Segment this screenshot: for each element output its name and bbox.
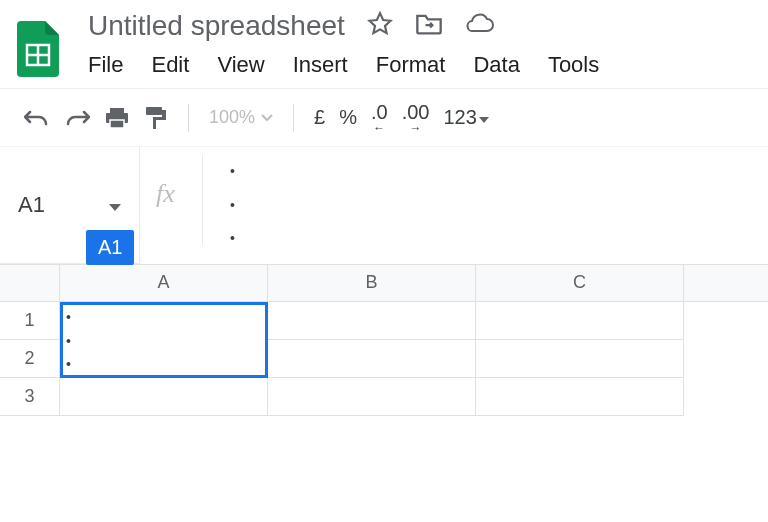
sheets-logo[interactable] — [12, 14, 64, 84]
fx-icon: fx — [156, 179, 175, 209]
undo-button[interactable] — [24, 108, 50, 128]
cell-c2[interactable] — [476, 340, 684, 378]
cell-b3[interactable] — [268, 378, 476, 416]
menu-format[interactable]: Format — [376, 52, 446, 78]
column-header-c[interactable]: C — [476, 265, 684, 301]
svg-rect-6 — [146, 107, 162, 115]
svg-rect-5 — [110, 120, 124, 128]
svg-rect-3 — [110, 108, 124, 113]
decrease-decimal-button[interactable]: .0← — [371, 101, 388, 134]
menu-tools[interactable]: Tools — [548, 52, 599, 78]
formula-bar[interactable]: fx — [140, 147, 768, 264]
cell-a3[interactable] — [60, 378, 268, 416]
zoom-value: 100% — [209, 107, 255, 128]
redo-button[interactable] — [64, 108, 90, 128]
formula-content — [210, 155, 235, 256]
increase-decimal-button[interactable]: .00→ — [402, 101, 430, 134]
spreadsheet-grid: A1 A B C 1 2 3 — [0, 264, 768, 416]
cell-a1[interactable] — [60, 302, 268, 340]
menu-insert[interactable]: Insert — [293, 52, 348, 78]
format-percent-button[interactable]: % — [339, 106, 357, 129]
menu-view[interactable]: View — [217, 52, 264, 78]
document-title[interactable]: Untitled spreadsheet — [88, 10, 345, 42]
menu-data[interactable]: Data — [473, 52, 519, 78]
active-cell-badge: A1 — [86, 230, 134, 265]
select-all-corner[interactable] — [0, 265, 60, 301]
cell-b1[interactable] — [268, 302, 476, 340]
menu-edit[interactable]: Edit — [151, 52, 189, 78]
fx-separator — [202, 155, 203, 245]
name-box-value: A1 — [18, 192, 45, 218]
toolbar-separator — [293, 104, 294, 132]
cell-b2[interactable] — [268, 340, 476, 378]
format-currency-button[interactable]: £ — [314, 106, 325, 129]
cell-c1[interactable] — [476, 302, 684, 340]
row-header-1[interactable]: 1 — [0, 302, 60, 340]
toolbar-separator — [188, 104, 189, 132]
more-formats-dropdown[interactable]: 123 — [443, 106, 488, 129]
column-header-a[interactable]: A — [60, 265, 268, 301]
cell-a2[interactable] — [60, 340, 268, 378]
menu-file[interactable]: File — [88, 52, 123, 78]
paint-format-button[interactable] — [144, 105, 168, 131]
chevron-down-icon[interactable] — [109, 192, 121, 218]
toolbar: 100% £ % .0← .00→ 123 — [0, 89, 768, 146]
cloud-status-icon[interactable] — [465, 13, 495, 39]
star-icon[interactable] — [367, 11, 393, 41]
move-folder-icon[interactable] — [415, 11, 443, 41]
row-header-2[interactable]: 2 — [0, 340, 60, 378]
print-button[interactable] — [104, 106, 130, 130]
column-header-b[interactable]: B — [268, 265, 476, 301]
zoom-dropdown[interactable]: 100% — [209, 107, 273, 128]
menubar: File Edit View Insert Format Data Tools — [82, 42, 756, 88]
row-header-3[interactable]: 3 — [0, 378, 60, 416]
cell-c3[interactable] — [476, 378, 684, 416]
